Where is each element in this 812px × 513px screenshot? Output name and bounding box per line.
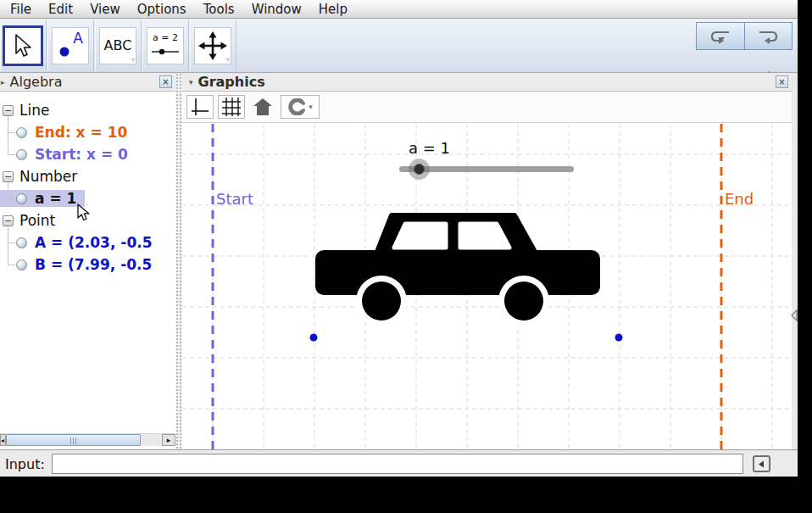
input-help-button[interactable]	[753, 455, 770, 472]
move-tool-button[interactable]	[0, 20, 47, 71]
collapse-icon[interactable]: −	[3, 215, 14, 226]
selected-row-highlight: a = 1	[0, 190, 85, 207]
home-view-button[interactable]	[249, 95, 276, 119]
menu-file[interactable]: File	[2, 1, 40, 18]
tree-item-end[interactable]: End: x = 10	[0, 121, 175, 143]
visibility-marble-icon[interactable]	[16, 259, 27, 270]
menu-view[interactable]: View	[81, 1, 129, 18]
algebra-horizontal-scrollbar[interactable]: ◂ ▸	[0, 433, 175, 446]
point-capturing-button[interactable]: ▾	[281, 95, 320, 119]
point-a[interactable]	[310, 334, 318, 342]
menu-window[interactable]: Window	[243, 1, 310, 18]
undo-redo-group	[696, 22, 793, 50]
algebra-view: ▸ Algebra × − Line End: x = 10	[0, 73, 175, 449]
slider-tool-icon	[151, 47, 180, 56]
point-tool-button[interactable]: A	[47, 20, 94, 71]
menu-help[interactable]: Help	[310, 1, 356, 18]
start-label[interactable]: Start	[216, 190, 253, 208]
canvas-drawing	[182, 124, 792, 449]
mouse-cursor-icon	[76, 204, 91, 223]
visibility-marble-icon[interactable]	[16, 149, 27, 160]
four-arrows-icon	[198, 31, 227, 60]
car-image[interactable]	[315, 215, 600, 326]
input-field[interactable]	[52, 454, 743, 474]
tree-item-point-a[interactable]: A = (2.03, -0.5	[0, 231, 175, 254]
cursor-arrow-icon	[12, 33, 34, 59]
undo-icon	[708, 28, 733, 45]
grid-toggle-button[interactable]	[218, 95, 245, 119]
menu-options[interactable]: Options	[129, 1, 195, 18]
home-icon	[253, 98, 273, 116]
redo-icon	[755, 28, 781, 45]
input-bar: Input:	[0, 449, 798, 477]
graphics-canvas[interactable]: a = 1 Start End	[182, 124, 792, 449]
scroll-left-button[interactable]: ◂	[0, 434, 6, 446]
panel-arrow-icon: ▾	[189, 78, 193, 86]
panel-divider[interactable]	[175, 73, 182, 449]
graphics-header[interactable]: ▾ Graphics ×	[182, 73, 792, 92]
visibility-marble-icon[interactable]	[16, 193, 27, 204]
collapse-icon[interactable]: −	[3, 105, 14, 116]
menu-tools[interactable]: Tools	[195, 1, 243, 18]
slider-value-label[interactable]: a = 1	[409, 139, 450, 157]
collapse-panel-arrow-icon[interactable]	[791, 309, 798, 321]
algebra-tree: − Line End: x = 10 Start: x = 0 −	[0, 92, 175, 433]
menu-edit[interactable]: Edit	[40, 1, 81, 18]
tree-group-line[interactable]: − Line	[0, 99, 175, 121]
visibility-marble-icon[interactable]	[16, 127, 27, 138]
tree-group-number[interactable]: − Number	[0, 165, 175, 187]
scroll-right-button[interactable]: ▸	[162, 434, 175, 446]
text-tool-label: ABC	[104, 37, 132, 53]
text-tool-button[interactable]: ABC ▿	[95, 20, 142, 71]
tool-bar: A ABC ▿ a = 2	[0, 19, 798, 73]
graphics-close-button[interactable]: ×	[776, 75, 788, 88]
algebra-header[interactable]: ▸ Algebra ×	[0, 73, 175, 92]
snap-magnet-icon	[287, 98, 306, 115]
slider-a-knob[interactable]	[409, 159, 430, 180]
slider-tool-button[interactable]: a = 2	[142, 20, 189, 71]
chevron-down-icon: ▿	[131, 57, 135, 64]
scrollbar-track[interactable]	[141, 434, 162, 446]
grid-icon	[221, 97, 242, 117]
collapse-icon[interactable]: −	[3, 171, 14, 182]
point-b[interactable]	[615, 334, 623, 342]
algebra-title: Algebra	[10, 74, 63, 90]
scrollbar-thumb[interactable]	[6, 434, 141, 446]
menu-bar: File Edit View Options Tools Window Help	[0, 0, 798, 19]
undo-button[interactable]	[697, 23, 744, 49]
input-label: Input:	[5, 456, 45, 472]
slider-tool-label: a = 2	[151, 32, 180, 43]
graphics-style-bar: ▾	[182, 92, 792, 123]
redo-button[interactable]	[744, 23, 793, 49]
axes-icon	[190, 97, 210, 117]
main-area: ▸ Algebra × − Line End: x = 10	[0, 73, 798, 449]
end-label[interactable]: End	[725, 190, 754, 208]
tree-item-start[interactable]: Start: x = 0	[0, 143, 175, 165]
chevron-down-icon: ▿	[226, 57, 230, 64]
point-tool-letter: A	[73, 30, 83, 47]
graphics-title: Graphics	[198, 74, 265, 90]
geogebra-window: File Edit View Options Tools Window Help…	[0, 0, 798, 477]
tree-item-point-b[interactable]: B = (7.99, -0.5	[0, 254, 175, 276]
move-graphics-tool-button[interactable]: ▿	[190, 20, 236, 71]
left-triangle-icon	[758, 460, 765, 468]
axes-toggle-button[interactable]	[186, 95, 214, 119]
chevron-down-icon: ▾	[309, 103, 313, 111]
graphics-view: ▾ Graphics ×	[182, 73, 792, 449]
panel-arrow-icon: ▸	[1, 78, 5, 86]
visibility-marble-icon[interactable]	[16, 237, 27, 248]
algebra-close-button[interactable]: ×	[159, 75, 172, 88]
